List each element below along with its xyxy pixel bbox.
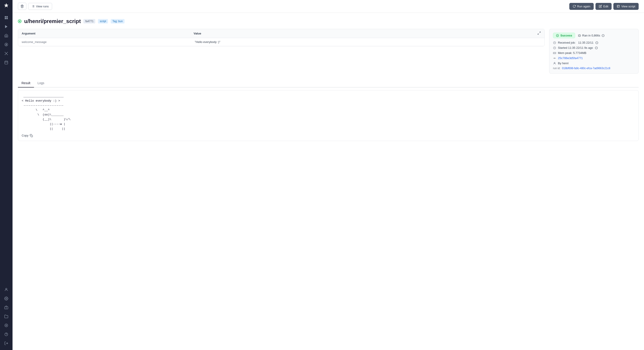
run-again-label: Run again	[577, 5, 590, 8]
table-row: welcome_message "Hello everybody :)"	[18, 38, 544, 46]
commit-hash-link[interactable]: 25c786e3d5fa4771	[558, 56, 583, 60]
svg-point-19	[6, 288, 7, 289]
edit-icon	[599, 5, 602, 8]
view-runs-label: View runs	[36, 5, 49, 8]
expand-button[interactable]	[537, 31, 541, 36]
status-label: Success	[560, 34, 572, 37]
svg-point-9	[5, 54, 5, 55]
clock-icon-2	[553, 46, 556, 50]
result-content: _______________________ < Hello everybod…	[22, 94, 635, 131]
sidebar-item-audit[interactable]	[2, 321, 10, 329]
svg-point-20	[6, 298, 7, 299]
svg-point-10	[7, 54, 8, 55]
ran-in-info: Ran in 0,866s	[578, 34, 605, 37]
sidebar-item-settings[interactable]	[2, 294, 10, 302]
edit-label: Edit	[603, 5, 608, 8]
sidebar-item-folder[interactable]	[2, 312, 10, 320]
main-content: View runs Run again Edit View script u/h…	[12, 0, 644, 350]
two-col-layout: Argument Value welcome_message "Hello ev…	[18, 29, 639, 74]
copy-icon	[30, 134, 33, 137]
refresh-icon	[573, 5, 576, 8]
by-label: By henri	[558, 62, 569, 65]
info-icon-3	[595, 46, 598, 50]
svg-point-7	[5, 52, 5, 53]
user-icon	[553, 62, 556, 65]
svg-point-62	[554, 62, 555, 63]
page-title: u/henri/premier_script	[24, 18, 81, 25]
by-row: By henri	[553, 62, 635, 65]
delete-button[interactable]	[18, 3, 26, 10]
table-header: Argument Value	[18, 29, 544, 38]
tab-logs-label: Logs	[38, 81, 44, 85]
sidebar-item-runs[interactable]	[2, 23, 10, 31]
svg-point-8	[7, 52, 8, 53]
svg-point-59	[554, 58, 555, 59]
col-argument-header: Argument	[22, 32, 194, 35]
sidebar-item-help[interactable]	[2, 330, 10, 338]
trash-icon	[20, 5, 24, 8]
tab-logs[interactable]: Logs	[34, 79, 48, 88]
info-panel: Success Ran in 0,866s Received job: 11:3…	[549, 29, 639, 74]
sidebar-item-integrations[interactable]	[2, 50, 10, 58]
svg-rect-1	[6, 16, 8, 18]
left-column: Argument Value welcome_message "Hello ev…	[18, 29, 545, 46]
check-icon	[556, 34, 559, 37]
hash-badge: fa4771	[84, 19, 95, 24]
copy-button[interactable]: Copy	[22, 134, 635, 137]
logo-icon[interactable]	[4, 3, 9, 9]
commit-hash-row: 25c786e3d5fa4771	[553, 56, 635, 60]
argument-name: welcome_message	[22, 40, 195, 44]
mem-peak-label: Mem peak: 5.7734MB	[558, 51, 586, 55]
sidebar-item-home[interactable]	[2, 32, 10, 40]
mem-peak-row: Mem peak: 5.7734MB	[553, 51, 635, 55]
tag-badge: Tag: bun	[111, 19, 124, 24]
right-column: Success Ran in 0,866s Received job: 11:3…	[549, 29, 639, 74]
sidebar-item-billing[interactable]	[2, 41, 10, 49]
sidebar-item-dashboard[interactable]	[2, 14, 10, 22]
tab-result-label: Result	[22, 81, 30, 85]
sidebar-item-profile[interactable]	[2, 285, 10, 294]
svg-point-24	[5, 324, 8, 327]
col-value-header: Value	[194, 32, 537, 35]
status-indicator	[18, 20, 22, 23]
clock-icon-1	[553, 41, 556, 44]
view-runs-button[interactable]: View runs	[28, 3, 52, 10]
received-job-label: Received job:	[558, 41, 576, 44]
list-icon	[32, 5, 35, 8]
run-id-link[interactable]: 018bf698-fa9c-480c-efca-7ad9663c21c8	[562, 67, 610, 70]
ran-in-label: Ran in 0,866s	[582, 34, 600, 37]
page-header: u/henri/premier_script fa4771 script Tag…	[18, 18, 639, 25]
svg-line-12	[7, 53, 7, 53]
run-id-label: run id:	[553, 67, 561, 70]
svg-line-13	[5, 54, 6, 54]
sidebar-item-schedule[interactable]	[2, 58, 10, 67]
content-area: u/henri/premier_script fa4771 script Tag…	[12, 13, 644, 350]
script-badge: script	[98, 19, 108, 24]
info-icon	[602, 34, 605, 37]
svg-rect-0	[5, 16, 6, 18]
script-icon	[617, 5, 620, 8]
svg-rect-63	[31, 135, 33, 137]
view-script-label: View script	[621, 5, 635, 8]
view-script-button[interactable]: View script	[613, 3, 639, 10]
svg-rect-35	[617, 5, 620, 8]
toolbar: View runs Run again Edit View script	[12, 0, 644, 13]
run-again-button[interactable]: Run again	[569, 3, 594, 10]
svg-rect-15	[5, 61, 8, 64]
edit-button[interactable]: Edit	[596, 3, 612, 10]
status-row: Success Ran in 0,866s	[553, 33, 635, 38]
commit-icon	[553, 57, 556, 60]
svg-line-14	[7, 54, 7, 54]
svg-line-11	[5, 53, 6, 53]
toolbar-left: View runs	[18, 3, 52, 10]
toolbar-right: Run again Edit View script	[569, 3, 639, 10]
result-area: _______________________ < Hello everybod…	[18, 90, 639, 141]
svg-point-25	[6, 325, 7, 326]
svg-marker-4	[5, 25, 8, 28]
copy-label: Copy	[22, 134, 28, 137]
received-job-row: Received job: 11:35 22/11	[553, 41, 635, 44]
sidebar-item-logout[interactable]	[2, 339, 10, 347]
run-id-row: run id: 018bf698-fa9c-480c-efca-7ad9663c…	[553, 67, 635, 70]
sidebar-item-packages[interactable]	[2, 303, 10, 311]
tab-result[interactable]: Result	[18, 79, 34, 88]
